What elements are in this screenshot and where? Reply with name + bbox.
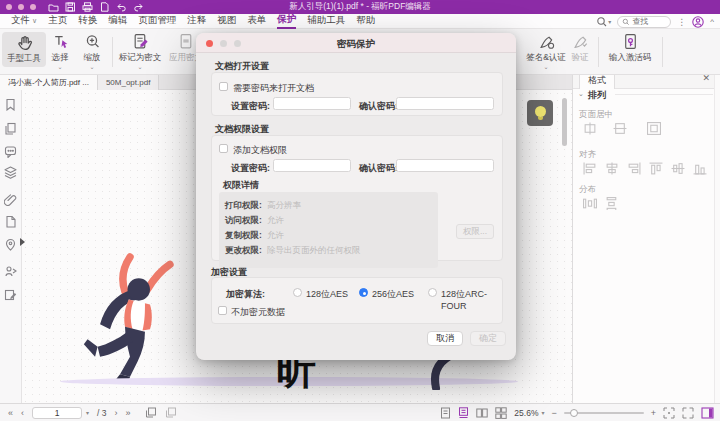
arcfour128-radio[interactable] xyxy=(428,288,437,297)
last-page-button[interactable]: » xyxy=(125,408,130,418)
encryption-group: 加密算法: 128位AES 256位AES 128位ARC-FOUR 不加密元数… xyxy=(211,277,503,324)
previous-page-button[interactable]: ‹ xyxy=(21,408,24,418)
more-options-icon[interactable]: ⋮ xyxy=(677,17,686,27)
attachments-icon[interactable] xyxy=(4,193,17,206)
sign-certify-button[interactable]: 签名&认证 ⌄ xyxy=(520,33,572,70)
menu-item-protect[interactable]: 保护 xyxy=(277,13,296,29)
menu-item-edit[interactable]: 编辑 xyxy=(108,14,127,28)
align-center-icon[interactable] xyxy=(605,162,619,175)
hand-tool-button[interactable]: 手型工具 xyxy=(2,32,46,67)
open-file-icon[interactable] xyxy=(48,2,59,12)
facing-view-icon[interactable] xyxy=(476,407,488,419)
panel-toggle-icon[interactable] xyxy=(701,407,714,419)
select-tool-button[interactable]: 选择 ⌄ xyxy=(44,33,76,70)
center-horizontal-icon[interactable] xyxy=(583,122,597,135)
zoom-slider[interactable] xyxy=(564,412,644,414)
perm-confirm-password-input[interactable] xyxy=(396,159,494,172)
require-password-checkbox[interactable] xyxy=(219,82,228,91)
signature-panel-icon[interactable] xyxy=(4,265,17,278)
zoom-tool-button[interactable]: 缩放 ⌄ xyxy=(76,33,108,70)
destinations-pin-icon[interactable] xyxy=(4,238,17,251)
search-input[interactable] xyxy=(632,17,666,26)
align-middle-icon[interactable] xyxy=(671,162,685,175)
page-number-input[interactable] xyxy=(32,407,82,419)
panel-scrollbar[interactable] xyxy=(714,68,720,403)
sidebar-expander-arrow[interactable] xyxy=(20,238,25,246)
distribute-vertical-icon[interactable] xyxy=(605,197,619,210)
menu-item-comment[interactable]: 注释 xyxy=(187,14,206,28)
fit-page-icon[interactable] xyxy=(663,407,675,419)
perm-set-password-input[interactable] xyxy=(273,159,351,172)
menu-item-home[interactable]: 主页 xyxy=(48,14,67,28)
menu-item-view[interactable]: 视图 xyxy=(217,14,236,28)
next-page-button[interactable]: › xyxy=(114,408,117,418)
facing-continuous-view-icon[interactable] xyxy=(495,407,507,419)
zoom-level-label[interactable]: 25.6% xyxy=(514,408,538,418)
new-document-icon[interactable] xyxy=(99,2,110,12)
thumbnail-page-icon[interactable] xyxy=(4,215,17,228)
doc-tab-resume[interactable]: 冯小惠-个人简历.pdf ... xyxy=(0,75,98,90)
menu-item-accessibility[interactable]: 辅助工具 xyxy=(307,14,345,28)
menu-item-page-management[interactable]: 页面管理 xyxy=(138,14,176,28)
open-set-password-input[interactable] xyxy=(273,97,351,110)
align-bottom-icon[interactable] xyxy=(693,162,707,175)
document-scrollbar[interactable] xyxy=(562,98,567,146)
collapse-ribbon-icon[interactable]: ^ xyxy=(710,17,714,26)
menu-item-form[interactable]: 表单 xyxy=(247,14,266,28)
align-left-icon[interactable] xyxy=(583,162,597,175)
zoom-dropdown-icon[interactable]: ▾ xyxy=(541,409,544,416)
aes256-radio[interactable] xyxy=(359,288,368,297)
permission-settings-group: 添加文档权限 设置密码: 确认密码: 权限详情 打印权限: 高分辨率 访问权限:… xyxy=(211,135,503,261)
save-icon[interactable] xyxy=(65,2,76,12)
cancel-button[interactable]: 取消 xyxy=(427,331,463,346)
window-close-button[interactable] xyxy=(6,4,12,10)
aes128-radio[interactable] xyxy=(293,288,302,297)
center-in-page-heading: 页面居中 xyxy=(579,109,613,121)
continuous-view-icon[interactable] xyxy=(458,407,469,419)
menu-item-convert[interactable]: 转换 xyxy=(78,14,97,28)
menu-item-help[interactable]: 帮助 xyxy=(356,14,375,28)
zoom-out-button[interactable]: − xyxy=(551,408,556,418)
dialog-titlebar[interactable]: 密码保护 xyxy=(196,33,516,53)
arrange-section-title[interactable]: 排列 xyxy=(588,89,606,102)
account-avatar[interactable] xyxy=(692,16,704,28)
center-vertical-icon[interactable] xyxy=(613,122,627,135)
mark-redact-button[interactable]: 标记为密文 ⌄ xyxy=(117,33,163,70)
zoom-select-icon[interactable]: ▾ xyxy=(596,16,611,28)
select-cursor-icon xyxy=(52,33,69,50)
single-page-view-icon[interactable] xyxy=(440,407,451,419)
search-box[interactable] xyxy=(617,16,671,28)
activation-code-button[interactable]: 输入激活码 xyxy=(602,33,658,64)
previous-view-icon[interactable] xyxy=(145,407,157,418)
search-icon xyxy=(622,18,630,26)
zoom-in-button[interactable]: + xyxy=(651,408,656,418)
doc-tab-50m[interactable]: 50M_opt.pdf xyxy=(98,75,159,90)
no-metadata-checkbox[interactable] xyxy=(218,306,227,315)
add-permission-checkbox[interactable] xyxy=(219,144,228,153)
fullscreen-icon[interactable] xyxy=(682,407,694,419)
center-both-icon[interactable] xyxy=(647,122,661,135)
menu-item-file[interactable]: 文件∨ xyxy=(11,14,37,28)
access-permission-value: 允许 xyxy=(267,215,284,227)
bookmarks-icon[interactable] xyxy=(4,98,17,111)
align-right-icon[interactable] xyxy=(627,162,641,175)
undo-icon[interactable] xyxy=(116,2,127,12)
align-top-icon[interactable] xyxy=(649,162,663,175)
distribute-horizontal-icon[interactable] xyxy=(583,197,597,210)
window-minimize-button[interactable] xyxy=(18,4,24,10)
first-page-button[interactable]: « xyxy=(8,408,13,418)
zoom-slider-knob[interactable] xyxy=(570,409,578,417)
print-icon[interactable] xyxy=(82,2,93,12)
pages-icon[interactable] xyxy=(4,122,17,135)
permission-details-box: 打印权限: 高分辨率 访问权限: 允许 复制权限: 允许 更改权限: 除导出页面… xyxy=(219,192,438,268)
page-dropdown-icon[interactable]: ▾ xyxy=(86,409,89,416)
comments-icon[interactable] xyxy=(4,145,17,158)
form-fields-icon[interactable] xyxy=(4,288,17,301)
window-zoom-button[interactable] xyxy=(30,4,36,10)
section-collapse-icon[interactable]: ⌄ xyxy=(578,90,584,98)
open-confirm-password-input[interactable] xyxy=(396,97,494,110)
redo-icon[interactable] xyxy=(133,2,144,12)
next-view-icon[interactable] xyxy=(165,407,177,418)
tip-lightbulb-button[interactable] xyxy=(527,100,553,126)
layers-icon[interactable] xyxy=(4,166,17,179)
